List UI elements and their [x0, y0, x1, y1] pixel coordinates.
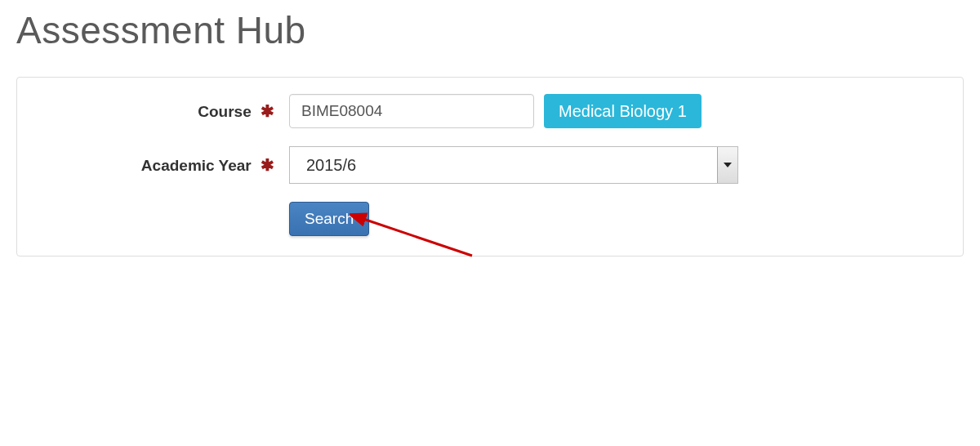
- course-name-badge: Medical Biology 1: [544, 94, 702, 128]
- search-button[interactable]: Search: [289, 202, 369, 236]
- course-label-text: Course: [198, 103, 251, 120]
- required-icon: ✱: [261, 102, 274, 120]
- svg-line-0: [361, 218, 472, 256]
- course-input[interactable]: [289, 94, 534, 128]
- required-icon: ✱: [261, 156, 274, 174]
- page-title: Assessment Hub: [16, 8, 964, 52]
- course-label: Course ✱: [33, 101, 289, 121]
- chevron-down-icon: [717, 147, 737, 183]
- academic-year-value: 2015/6: [290, 147, 737, 183]
- course-row: Course ✱ Medical Biology 1: [33, 94, 947, 128]
- annotation-arrow-icon: [350, 207, 488, 272]
- search-panel: Course ✱ Medical Biology 1 Academic Year…: [16, 77, 964, 256]
- academic-year-label: Academic Year ✱: [33, 155, 289, 175]
- academic-year-select[interactable]: 2015/6: [289, 146, 738, 184]
- academic-year-label-text: Academic Year: [141, 157, 252, 174]
- actions-row: Search: [33, 202, 947, 236]
- academic-year-row: Academic Year ✱ 2015/6: [33, 146, 947, 184]
